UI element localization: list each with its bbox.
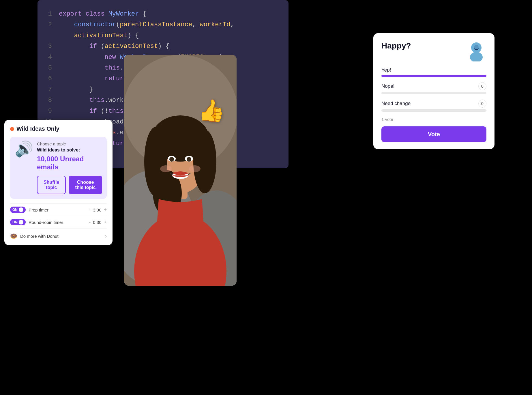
toggle-circle-2 [19,220,23,224]
prep-timer-row: ON Prep timer - 3:00 + [10,203,107,216]
speaker-icon: 🔊 [15,141,33,156]
topic-buttons: Shuffle topic Choose this topic [37,176,102,194]
robin-timer-row: ON Round-robin timer - 0:30 + [10,216,107,228]
robin-timer-toggle[interactable]: ON [10,219,26,225]
line-num: 2 [43,19,52,30]
avatar-icon [466,41,486,61]
line-num: 3 [43,41,52,52]
toggle-circle [19,207,23,212]
prep-timer-increase[interactable]: + [104,207,107,213]
robin-timer-increase[interactable]: + [104,219,107,225]
poll-option-nope-label: Nope! [381,83,394,89]
topic-card: 🔊 Choose a topic Wild ideas to solve: 10… [10,137,107,199]
robin-timer-controls: - 0:30 + [89,219,107,225]
poll-option-yep-label: Yep! [381,67,391,73]
donut-emoji: 🍩 [10,233,17,239]
svg-point-17 [189,165,201,172]
prep-timer-label: Prep timer [29,207,86,212]
svg-point-13 [169,157,174,162]
user-avatar-svg [466,41,486,61]
line-num [43,30,52,41]
code-line-3: 3 if (activationTest) { [43,41,280,52]
line-num: 5 [43,63,52,73]
poll-header: Happy? [381,41,486,61]
chevron-right-icon: › [105,233,107,239]
line-num: 7 [43,84,52,95]
svg-point-9 [193,130,216,193]
robin-timer-decrease[interactable]: - [89,219,91,225]
vote-button[interactable]: Vote [381,126,486,142]
line-num: 8 [43,95,52,106]
wild-ideas-label: Wild ideas to solve: [37,147,102,153]
choose-topic-label: Choose a topic [37,141,102,146]
prep-timer-toggle[interactable]: ON [10,207,26,213]
wild-ideas-panel: Wild Ideas Only 🔊 Choose a topic Wild id… [4,120,113,245]
donut-label: Do more with Donut [20,234,102,239]
poll-option-need-change: Need change 0 [381,100,486,112]
wild-panel-title: Wild Ideas Only [16,126,59,132]
poll-option-nope-header: Nope! 0 [381,82,486,90]
shuffle-topic-button[interactable]: Shuffle topic [37,176,66,194]
poll-option-change-header: Need change 0 [381,100,486,108]
line-num: 9 [43,106,52,117]
code-line-2b: activationTest) { [43,30,280,41]
poll-option-yep: Yep! [381,67,486,77]
svg-point-14 [187,157,191,162]
robin-timer-label: Round-robin timer [29,220,86,225]
thumbs-up-emoji: 👍 [198,98,225,123]
prep-timer-decrease[interactable]: - [89,207,91,213]
poll-bar-nope-track [381,92,486,94]
poll-bar-yep-track [381,75,486,77]
donut-row[interactable]: 🍩 Do more with Donut › [10,228,107,239]
poll-title: Happy? [381,41,411,50]
code-line-1: 1 export class MyWorker { [43,9,280,19]
svg-point-20 [470,52,483,61]
poll-option-yep-header: Yep! [381,67,486,73]
poll-bar-change-track [381,109,486,112]
poll-votes-count: 1 vote [381,117,486,122]
poll-count-nope: 0 [478,82,486,90]
wild-panel-header: Wild Ideas Only [10,126,107,132]
topic-text: 10,000 Unread emails [37,155,102,171]
photo-panel: 👍 [124,55,237,286]
live-dot [10,127,14,131]
line-num: 6 [43,73,52,84]
robin-timer-value: 0:30 [93,220,101,225]
code-line-2: 2 constructor(parentClassInstance, worke… [43,19,280,30]
line-num: 4 [43,52,52,63]
prep-timer-value: 3:00 [93,207,101,212]
poll-option-nope: Nope! 0 [381,82,486,94]
poll-option-change-label: Need change [381,101,411,106]
poll-bar-yep-fill [381,75,486,77]
photo-content: 👍 [124,55,237,286]
svg-point-16 [160,165,172,172]
person-photo [124,55,237,286]
poll-panel: Happy? Yep! Nope! 0 [373,33,494,149]
choose-topic-button[interactable]: Choose this topic [69,176,102,194]
poll-count-change: 0 [478,100,486,108]
prep-timer-controls: - 3:00 + [89,207,107,213]
line-num: 1 [43,9,52,19]
